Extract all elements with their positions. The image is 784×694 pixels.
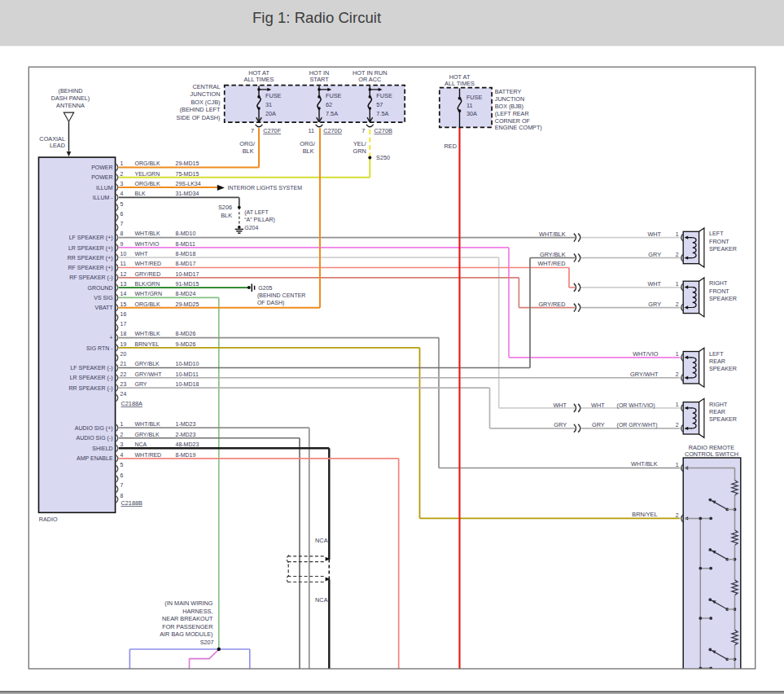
svg-text:1: 1	[676, 281, 679, 287]
svg-text:6: 6	[120, 472, 124, 478]
svg-text:4: 4	[120, 191, 124, 196]
svg-text:(IN MAIN WIRING: (IN MAIN WIRING	[164, 600, 213, 607]
svg-text:10: 10	[120, 251, 127, 257]
svg-text:LR SPEAKER (-): LR SPEAKER (-)	[70, 375, 113, 381]
svg-text:+: +	[110, 335, 113, 340]
svg-text:ORG/BLK: ORG/BLK	[135, 301, 160, 307]
svg-text:7: 7	[120, 482, 124, 488]
svg-text:OR ACC: OR ACC	[358, 76, 381, 83]
svg-text:BLK: BLK	[303, 147, 314, 155]
svg-text:JUNCTION: JUNCTION	[495, 95, 524, 103]
svg-text:INTERIOR LIGHTS SYSTEM: INTERIOR LIGHTS SYSTEM	[228, 185, 303, 191]
svg-text:7: 7	[120, 221, 124, 226]
svg-text:8-MD18: 8-MD18	[176, 251, 196, 257]
svg-text:1: 1	[120, 421, 124, 427]
svg-text:11: 11	[308, 127, 314, 134]
svg-text:RIGHT: RIGHT	[709, 279, 728, 287]
svg-text:G204: G204	[244, 225, 258, 231]
svg-text:G205: G205	[258, 285, 272, 291]
svg-text:NCA: NCA	[315, 537, 328, 544]
svg-text:2: 2	[676, 301, 679, 307]
svg-text:14: 14	[120, 291, 127, 296]
svg-text:WHT: WHT	[135, 251, 149, 257]
svg-text:BRN/YEL: BRN/YEL	[632, 511, 657, 518]
svg-text:8-MD10: 8-MD10	[176, 231, 196, 236]
svg-text:29-MD25: 29-MD25	[176, 301, 199, 307]
svg-text:ILLUM -: ILLUM -	[93, 195, 114, 200]
svg-text:11: 11	[466, 102, 473, 109]
svg-text:10-MD18: 10-MD18	[176, 381, 199, 387]
svg-text:RR SPEAKER (-): RR SPEAKER (-)	[69, 385, 113, 392]
svg-text:29-MD15: 29-MD15	[176, 160, 199, 166]
svg-text:75-MD15: 75-MD15	[176, 171, 199, 177]
svg-text:FRONT: FRONT	[709, 288, 729, 295]
svg-text:2: 2	[676, 422, 679, 428]
svg-text:2: 2	[120, 432, 124, 437]
svg-text:DASH PANEL): DASH PANEL)	[51, 94, 90, 102]
svg-text:31: 31	[265, 101, 272, 108]
svg-text:BRN/YEL: BRN/YEL	[135, 341, 160, 347]
svg-text:FRONT: FRONT	[709, 238, 729, 245]
svg-text:30A: 30A	[466, 110, 477, 117]
svg-text:LF SPEAKER (-): LF SPEAKER (-)	[70, 365, 112, 371]
svg-text:ORG/BLK: ORG/BLK	[135, 160, 160, 166]
svg-text:1: 1	[676, 462, 679, 468]
svg-text:AIR BAG MODULE): AIR BAG MODULE)	[160, 630, 212, 638]
svg-text:WHT/RED: WHT/RED	[537, 260, 565, 267]
svg-text:5: 5	[120, 462, 124, 468]
svg-text:8-MD17: 8-MD17	[176, 261, 196, 266]
svg-text:FOR PASSENGER: FOR PASSENGER	[162, 623, 212, 630]
svg-text:BLK/GRN: BLK/GRN	[135, 281, 160, 287]
svg-text:48-MD23: 48-MD23	[176, 441, 199, 447]
svg-text:SPEAKER: SPEAKER	[709, 295, 737, 302]
svg-text:YEL/GRN: YEL/GRN	[135, 171, 160, 177]
svg-text:BLK: BLK	[221, 212, 232, 219]
svg-text:NEAR BREAKOUT: NEAR BREAKOUT	[162, 615, 213, 622]
svg-text:11: 11	[120, 261, 126, 266]
svg-text:17: 17	[120, 321, 127, 327]
svg-text:20A: 20A	[265, 110, 276, 117]
svg-text:GRY/WHT: GRY/WHT	[135, 371, 163, 377]
svg-text:7.5A: 7.5A	[376, 110, 388, 117]
svg-text:C270B: C270B	[374, 127, 392, 134]
svg-text:(OR GRY/WHT): (OR GRY/WHT)	[617, 422, 658, 428]
svg-text:BOX (BJB): BOX (BJB)	[495, 103, 523, 110]
svg-text:REAR: REAR	[709, 408, 725, 415]
svg-text:WHT: WHT	[647, 280, 661, 288]
svg-text:10-MD11: 10-MD11	[176, 371, 199, 377]
svg-text:ANTENNA: ANTENNA	[56, 102, 85, 109]
svg-text:(BEHIND LEFT: (BEHIND LEFT	[180, 106, 221, 113]
svg-text:HOT IN RUN: HOT IN RUN	[353, 69, 387, 77]
svg-text:1: 1	[120, 160, 124, 166]
svg-text:BATTERY: BATTERY	[495, 88, 522, 95]
svg-text:RF SPEAKER (+): RF SPEAKER (+)	[68, 265, 113, 271]
svg-text:RADIO: RADIO	[39, 516, 58, 523]
svg-text:16: 16	[120, 311, 127, 317]
svg-text:(AT LEFT: (AT LEFT	[244, 209, 269, 216]
svg-text:C2188A: C2188A	[121, 400, 143, 407]
svg-text:FUSE: FUSE	[466, 94, 483, 101]
svg-text:3: 3	[120, 441, 124, 447]
svg-text:7: 7	[361, 127, 365, 134]
svg-text:GRY/BLK: GRY/BLK	[135, 432, 160, 437]
svg-text:18: 18	[120, 331, 127, 336]
svg-text:1: 1	[676, 402, 679, 407]
svg-text:1: 1	[676, 231, 679, 237]
svg-text:VBATT: VBATT	[95, 305, 114, 310]
svg-text:12: 12	[120, 271, 127, 277]
svg-text:8-MD24: 8-MD24	[176, 291, 196, 296]
svg-text:GRY: GRY	[648, 301, 661, 308]
svg-text:1-MD23: 1-MD23	[176, 421, 196, 427]
svg-text:JUNCTION: JUNCTION	[191, 90, 221, 98]
svg-text:(OR WHT/VIO): (OR WHT/VIO)	[617, 402, 655, 409]
svg-text:8-MD11: 8-MD11	[176, 241, 195, 247]
svg-text:GRY/BLK: GRY/BLK	[135, 361, 160, 367]
svg-text:OF DASH): OF DASH)	[257, 300, 284, 306]
svg-text:8-MD19: 8-MD19	[176, 452, 196, 458]
svg-text:NCA: NCA	[135, 441, 147, 447]
svg-text:(BEHIND CENTER: (BEHIND CENTER	[257, 292, 306, 299]
svg-text:WHT/BLK: WHT/BLK	[539, 231, 566, 238]
svg-text:AMP ENABLE: AMP ENABLE	[77, 455, 113, 461]
svg-text:3: 3	[120, 181, 124, 187]
svg-text:RED: RED	[445, 143, 457, 150]
